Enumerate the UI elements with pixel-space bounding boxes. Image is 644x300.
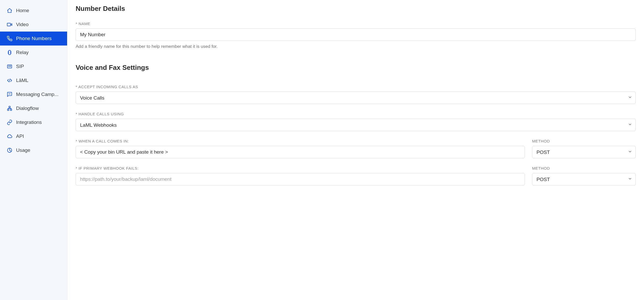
svg-point-3 xyxy=(9,94,9,94)
sidebar-item-label: Integrations xyxy=(16,119,42,125)
sidebar-item-label: SIP xyxy=(16,64,24,69)
sidebar-item-relay[interactable]: Relay xyxy=(0,46,67,59)
svg-point-5 xyxy=(10,94,10,94)
handle-calls-label: * HANDLE CALLS USING xyxy=(76,112,636,116)
sip-icon xyxy=(7,64,12,69)
primary-fail-input[interactable] xyxy=(76,173,525,185)
name-field-label: * NAME xyxy=(76,21,636,26)
svg-rect-1 xyxy=(9,50,10,55)
sidebar-item-label: Messaging Camp... xyxy=(16,92,59,97)
dialogflow-icon xyxy=(7,106,12,111)
sidebar-item-usage[interactable]: Usage xyxy=(0,143,67,157)
sidebar-item-label: Usage xyxy=(16,147,30,153)
handle-calls-select[interactable]: LaML Webhooks xyxy=(76,119,636,131)
section-voice-fax: Voice and Fax Settings * ACCEPT INCOMING… xyxy=(76,64,636,185)
code-icon xyxy=(7,78,12,83)
section-number-details: Number Details * NAME Add a friendly nam… xyxy=(76,5,636,49)
link-icon xyxy=(7,119,12,125)
section-title-voice-fax: Voice and Fax Settings xyxy=(76,64,636,72)
sidebar-item-messaging-campaigns[interactable]: Messaging Camp... xyxy=(0,87,67,101)
method-select-2[interactable]: POST xyxy=(532,173,636,185)
video-icon xyxy=(7,22,12,27)
sidebar-item-api[interactable]: API xyxy=(0,129,67,143)
message-icon xyxy=(7,92,12,97)
usage-icon xyxy=(7,147,12,153)
sidebar-item-label: Phone Numbers xyxy=(16,36,52,41)
sidebar-item-label: Video xyxy=(16,22,28,27)
call-comes-in-input[interactable] xyxy=(76,146,525,158)
method-select-1[interactable]: POST xyxy=(532,146,636,158)
sidebar-item-label: LāML xyxy=(16,78,28,83)
call-comes-in-label: * WHEN A CALL COMES IN: xyxy=(76,139,525,143)
method-label-1: METHOD xyxy=(532,139,636,143)
sidebar-item-label: Home xyxy=(16,8,29,13)
sidebar-item-label: Dialogflow xyxy=(16,106,39,111)
cloud-icon xyxy=(7,133,12,139)
svg-point-4 xyxy=(10,94,10,94)
sidebar-item-dialogflow[interactable]: Dialogflow xyxy=(0,101,67,115)
sidebar-item-label: Relay xyxy=(16,50,29,55)
section-title-number-details: Number Details xyxy=(76,5,636,13)
sidebar: Home Video Phone Numbers Relay SIP LāML xyxy=(0,0,67,300)
relay-icon xyxy=(7,50,12,55)
sidebar-item-label: API xyxy=(16,133,24,139)
name-help-text: Add a friendly name for this number to h… xyxy=(76,44,636,49)
svg-rect-0 xyxy=(7,23,11,26)
sidebar-item-phone-numbers[interactable]: Phone Numbers xyxy=(0,32,67,46)
home-icon xyxy=(7,8,12,13)
primary-fail-label: * IF PRIMARY WEBHOOK FAILS: xyxy=(76,166,525,170)
method-label-2: METHOD xyxy=(532,166,636,170)
sidebar-item-integrations[interactable]: Integrations xyxy=(0,115,67,129)
sidebar-item-home[interactable]: Home xyxy=(0,4,67,18)
accept-calls-select[interactable]: Voice Calls xyxy=(76,92,636,104)
name-input[interactable] xyxy=(76,28,636,41)
phone-icon xyxy=(7,36,12,41)
main-content: Number Details * NAME Add a friendly nam… xyxy=(67,0,644,300)
sidebar-item-laml[interactable]: LāML xyxy=(0,73,67,87)
sidebar-item-video[interactable]: Video xyxy=(0,18,67,32)
accept-calls-label: * ACCEPT INCOMING CALLS AS xyxy=(76,85,636,89)
sidebar-item-sip[interactable]: SIP xyxy=(0,59,67,73)
